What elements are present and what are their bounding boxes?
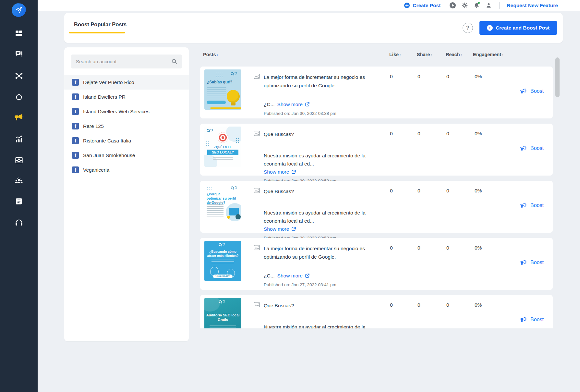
active-tab-underline xyxy=(69,32,125,33)
brand-logo-icon xyxy=(218,242,228,248)
profile-icon[interactable] xyxy=(485,2,492,9)
reach-count: 0 xyxy=(446,245,449,251)
like-count: 0 xyxy=(390,188,393,194)
send-icon xyxy=(15,6,22,14)
sidebar-item-dashboard[interactable] xyxy=(13,28,24,39)
external-link-icon xyxy=(305,273,310,278)
show-more-link[interactable]: Show more xyxy=(264,225,296,233)
bar-chart-icon xyxy=(15,135,23,144)
notifications-bell-icon[interactable] xyxy=(473,2,480,9)
topbar: Create Post Request New Feature xyxy=(38,0,580,11)
boost-button[interactable]: Boost xyxy=(520,202,544,209)
account-item[interactable]: fDejate Ver Puerto Rico xyxy=(64,75,189,90)
column-header-engagement[interactable]: Engagement↑ xyxy=(473,52,504,57)
boost-button[interactable]: Boost xyxy=(520,88,544,94)
account-name: Dejate Ver Puerto Rico xyxy=(83,80,134,85)
share-count: 0 xyxy=(417,74,420,80)
sort-desc-icon: ↓ xyxy=(217,53,219,57)
boost-button[interactable]: Boost xyxy=(520,259,544,266)
post-excerpt: Nuestra misión es ayudar al crecimiento … xyxy=(264,152,377,168)
account-item[interactable]: fSan Juan Smokehouse xyxy=(64,148,189,163)
facebook-icon: f xyxy=(72,123,79,129)
like-count: 0 xyxy=(390,245,393,251)
sidebar xyxy=(0,0,38,392)
column-header-share[interactable]: Share↑ xyxy=(417,52,432,57)
sidebar-item-support[interactable] xyxy=(13,217,24,228)
post-thumbnail: ¿Buscando cómo atraer más clientes? 1-93… xyxy=(204,241,241,281)
help-icon[interactable]: ? xyxy=(463,23,473,33)
show-more-link[interactable]: Show more xyxy=(264,168,296,176)
search-account-input[interactable] xyxy=(71,55,182,68)
image-type-icon xyxy=(253,187,260,194)
brand-logo-icon xyxy=(218,300,228,305)
create-post-button[interactable]: Create Post xyxy=(404,2,441,8)
sidebar-item-team[interactable] xyxy=(13,176,24,187)
post-excerpt: ¿C... xyxy=(264,272,275,280)
sidebar-item-boost[interactable] xyxy=(13,112,24,123)
post-row: ¿QUÉ ES EL SEO LOCAL? Que Buscas? Nuestr… xyxy=(200,124,553,176)
thumb-text-lines xyxy=(207,87,226,99)
show-more-link[interactable]: Show more xyxy=(277,272,310,280)
brand-logo-icon xyxy=(230,186,240,191)
image-type-icon xyxy=(253,244,260,251)
account-item[interactable]: fIsland Dwellers PR xyxy=(64,90,189,104)
request-new-feature-link[interactable]: Request New Feature xyxy=(507,3,558,8)
megaphone-outline-icon xyxy=(520,316,527,323)
create-and-boost-post-button[interactable]: + Create and Boost Post xyxy=(479,21,557,35)
reach-count: 0 xyxy=(446,74,449,80)
sidebar-item-analytics[interactable] xyxy=(13,134,24,145)
reach-count: 0 xyxy=(446,302,449,308)
account-item[interactable]: fRistorante Casa Italia xyxy=(64,133,189,148)
account-item[interactable]: fIsland Dwellers Web Services xyxy=(64,104,189,119)
sidebar-item-discover[interactable] xyxy=(13,92,24,103)
like-count: 0 xyxy=(390,74,393,80)
boost-button[interactable]: Boost xyxy=(520,316,544,323)
share-count: 0 xyxy=(417,188,420,194)
team-icon xyxy=(14,177,23,186)
sidebar-item-posts[interactable] xyxy=(13,49,24,60)
megaphone-icon xyxy=(14,114,24,122)
reach-count: 0 xyxy=(446,188,449,194)
account-item[interactable]: fRare 125 xyxy=(64,119,189,133)
brand-logo-icon xyxy=(230,71,240,77)
dots-pattern xyxy=(206,186,213,191)
dots-pattern xyxy=(236,138,240,144)
megaphone-outline-icon xyxy=(520,88,527,94)
lightbulb-graphic xyxy=(227,90,240,103)
sort-asc-icon: ↑ xyxy=(399,53,401,57)
dots-pattern xyxy=(215,72,224,78)
vertical-scrollbar[interactable] xyxy=(555,57,560,97)
column-header-like[interactable]: Like↑ xyxy=(389,52,401,57)
video-play-icon[interactable] xyxy=(449,2,456,9)
boost-button[interactable]: Boost xyxy=(520,145,544,152)
share-count: 0 xyxy=(417,131,420,137)
show-more-link[interactable]: Show more xyxy=(277,100,310,108)
create-post-label: Create Post xyxy=(413,3,441,8)
dashboard-icon xyxy=(15,29,23,38)
published-date: Published on: Jan 27, 2022 03:41 pm xyxy=(264,282,377,287)
engagement-percent: 0% xyxy=(475,131,482,137)
tab-boost-popular-posts[interactable]: Boost Popular Posts xyxy=(74,21,127,28)
settings-gear-icon[interactable] xyxy=(461,2,468,9)
accounts-panel: fDejate Ver Puerto Rico fIsland Dwellers… xyxy=(64,47,189,341)
sort-asc-icon: ↑ xyxy=(461,53,463,57)
column-header-reach[interactable]: Reach↑ xyxy=(446,52,462,57)
thumb-cta-pill xyxy=(207,101,226,104)
sidebar-item-inbox[interactable] xyxy=(13,154,24,165)
post-thumbnail: ¿QUÉ ES EL SEO LOCAL? xyxy=(204,127,241,167)
published-date: Published on: Jan 30, 2022 03:38 pm xyxy=(264,111,377,116)
document-icon xyxy=(15,197,23,206)
account-item[interactable]: fVeganiceria xyxy=(64,163,189,177)
post-excerpt: ¿C... xyxy=(264,100,275,108)
sidebar-item-content[interactable] xyxy=(13,196,24,207)
post-title: Que Buscas? xyxy=(264,187,377,205)
post-thumbnail: ¿Porqué optimizar su perfil de Google? xyxy=(204,184,241,224)
post-thumbnail: ¿Sabías qué? xyxy=(204,69,241,110)
app-logo[interactable] xyxy=(11,3,27,18)
posts-table: Posts↓ Like↑ Share↑ Reach↑ Engagement↑ ¿… xyxy=(200,47,557,328)
sidebar-item-connect[interactable] xyxy=(13,70,24,81)
column-header-posts[interactable]: Posts↓ xyxy=(203,52,218,57)
external-link-icon xyxy=(305,102,310,107)
post-title: La mejor forma de incrementar su negocio… xyxy=(264,244,377,262)
topbar-divider xyxy=(499,2,500,9)
